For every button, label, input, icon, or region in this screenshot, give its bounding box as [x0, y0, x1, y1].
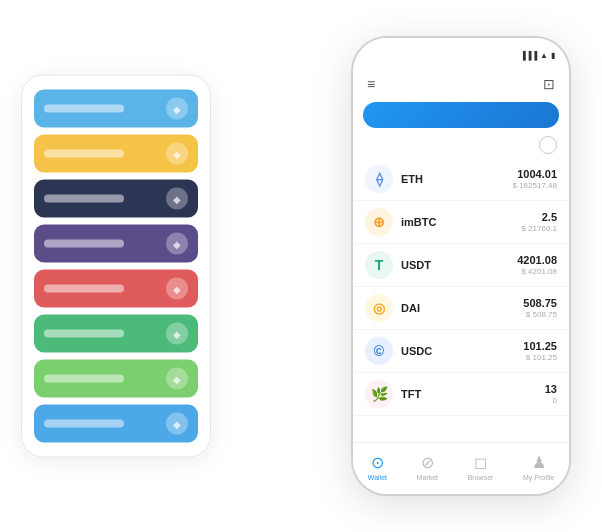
asset-usd-usdc: $ 101.25 [523, 353, 557, 362]
wifi-icon: ▲ [540, 51, 548, 60]
nav-label-browser: Browser [468, 474, 494, 481]
asset-amount-usdt: 4201.08 [517, 254, 557, 266]
asset-values-usdc: 101.25 $ 101.25 [523, 340, 557, 362]
asset-list: ⟠ ETH 1004.01 $ 162517.48 ⊕ imBTC 2.5 $ … [353, 158, 569, 442]
stack-card-icon-3: ◆ [166, 233, 188, 255]
status-icons: ▐▐▐ ▲ ▮ [520, 51, 555, 60]
asset-amount-tft: 13 [545, 383, 557, 395]
bottom-nav: ⊙ Wallet ⊘ Market ◻ Browser ♟ My Profile [353, 442, 569, 494]
asset-item-usdt[interactable]: T USDT 4201.08 $ 4201.08 [353, 244, 569, 287]
phone-content: ⟠ ETH 1004.01 $ 162517.48 ⊕ imBTC 2.5 $ … [353, 102, 569, 442]
stack-card-icon-7: ◆ [166, 413, 188, 435]
asset-icon-usdt: T [365, 251, 393, 279]
asset-icon-dai: ◎ [365, 294, 393, 322]
menu-icon[interactable]: ≡ [367, 76, 375, 92]
asset-usd-tft: 0 [545, 396, 557, 405]
nav-item-browser[interactable]: ◻ Browser [468, 453, 494, 481]
stack-card-label-4 [44, 285, 124, 293]
asset-amount-imbtc: 2.5 [521, 211, 557, 223]
asset-amount-eth: 1004.01 [513, 168, 558, 180]
asset-name-usdc: USDC [401, 345, 523, 357]
asset-usd-usdt: $ 4201.08 [517, 267, 557, 276]
asset-icon-imbtc: ⊕ [365, 208, 393, 236]
asset-name-tft: TFT [401, 388, 545, 400]
nav-icon-wallet: ⊙ [371, 453, 384, 472]
assets-header [353, 128, 569, 158]
asset-values-tft: 13 0 [545, 383, 557, 405]
asset-item-imbtc[interactable]: ⊕ imBTC 2.5 $ 21760.1 [353, 201, 569, 244]
asset-name-eth: ETH [401, 173, 513, 185]
stack-card-icon-1: ◆ [166, 143, 188, 165]
asset-values-dai: 508.75 $ 508.75 [523, 297, 557, 319]
stack-card-7[interactable]: ◆ [34, 405, 198, 443]
asset-icon-eth: ⟠ [365, 165, 393, 193]
eth-wallet-card[interactable] [363, 102, 559, 128]
nav-item-market[interactable]: ⊘ Market [417, 453, 438, 481]
nav-label-my-profile: My Profile [523, 474, 554, 481]
stack-card-icon-0: ◆ [166, 98, 188, 120]
stack-card-3[interactable]: ◆ [34, 225, 198, 263]
stack-card-4[interactable]: ◆ [34, 270, 198, 308]
nav-item-wallet[interactable]: ⊙ Wallet [368, 453, 387, 481]
asset-usd-imbtc: $ 21760.1 [521, 224, 557, 233]
nav-icon-market: ⊘ [421, 453, 434, 472]
nav-icon-my-profile: ♟ [532, 453, 546, 472]
asset-name-imbtc: imBTC [401, 216, 521, 228]
stack-card-icon-5: ◆ [166, 323, 188, 345]
nav-icon-browser: ◻ [474, 453, 487, 472]
asset-amount-dai: 508.75 [523, 297, 557, 309]
stack-card-1[interactable]: ◆ [34, 135, 198, 173]
scene: ◆ ◆ ◆ ◆ ◆ ◆ ◆ ◆ ▐▐▐ ▲ ▮ ≡ [11, 11, 591, 521]
phone-header: ≡ ⊡ [353, 66, 569, 102]
asset-usd-eth: $ 162517.48 [513, 181, 558, 190]
asset-icon-usdc: © [365, 337, 393, 365]
battery-icon: ▮ [551, 51, 555, 60]
stack-card-label-1 [44, 150, 124, 158]
nav-item-my-profile[interactable]: ♟ My Profile [523, 453, 554, 481]
stack-card-icon-4: ◆ [166, 278, 188, 300]
stack-card-6[interactable]: ◆ [34, 360, 198, 398]
asset-name-dai: DAI [401, 302, 523, 314]
stack-card-label-7 [44, 420, 124, 428]
asset-values-imbtc: 2.5 $ 21760.1 [521, 211, 557, 233]
asset-icon-tft: 🌿 [365, 380, 393, 408]
asset-usd-dai: $ 508.75 [523, 310, 557, 319]
asset-amount-usdc: 101.25 [523, 340, 557, 352]
stack-card-icon-6: ◆ [166, 368, 188, 390]
asset-values-eth: 1004.01 $ 162517.48 [513, 168, 558, 190]
stack-card-2[interactable]: ◆ [34, 180, 198, 218]
asset-item-usdc[interactable]: © USDC 101.25 $ 101.25 [353, 330, 569, 373]
stack-card-label-3 [44, 240, 124, 248]
stack-card-label-5 [44, 330, 124, 338]
asset-item-tft[interactable]: 🌿 TFT 13 0 [353, 373, 569, 416]
status-bar: ▐▐▐ ▲ ▮ [353, 38, 569, 66]
stack-card-label-6 [44, 375, 124, 383]
phone-mockup: ▐▐▐ ▲ ▮ ≡ ⊡ [351, 36, 571, 496]
asset-item-dai[interactable]: ◎ DAI 508.75 $ 508.75 [353, 287, 569, 330]
signal-icon: ▐▐▐ [520, 51, 537, 60]
card-stack: ◆ ◆ ◆ ◆ ◆ ◆ ◆ ◆ [21, 75, 211, 458]
stack-card-label-2 [44, 195, 124, 203]
asset-values-usdt: 4201.08 $ 4201.08 [517, 254, 557, 276]
stack-card-5[interactable]: ◆ [34, 315, 198, 353]
stack-card-0[interactable]: ◆ [34, 90, 198, 128]
nav-label-market: Market [417, 474, 438, 481]
asset-item-eth[interactable]: ⟠ ETH 1004.01 $ 162517.48 [353, 158, 569, 201]
stack-card-icon-2: ◆ [166, 188, 188, 210]
stack-card-label-0 [44, 105, 124, 113]
nav-label-wallet: Wallet [368, 474, 387, 481]
asset-name-usdt: USDT [401, 259, 517, 271]
scan-icon[interactable]: ⊡ [543, 76, 555, 92]
add-asset-button[interactable] [539, 136, 557, 154]
